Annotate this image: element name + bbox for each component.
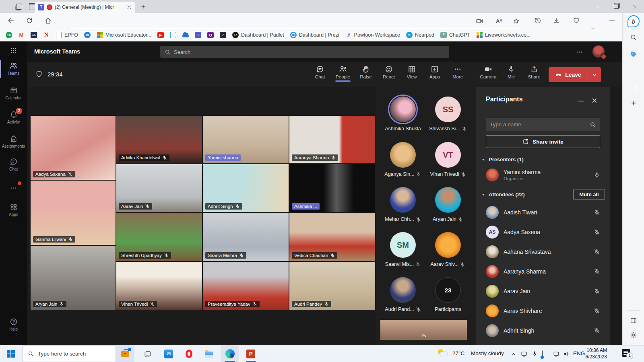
sidebar-item-calendar[interactable]: Calendar: [0, 86, 27, 100]
history-icon[interactable]: [534, 17, 541, 24]
clock[interactable]: 10:36 AM 6/23/2023: [586, 348, 607, 360]
bookmark-ten[interactable]: 10: [6, 32, 12, 38]
bookmark-onedrive[interactable]: [182, 32, 189, 38]
bookmark-powtoon[interactable]: //Powtoon Workspace: [345, 32, 400, 38]
attendee-row[interactable]: Aarav Shivhare: [486, 304, 600, 317]
presenters-header[interactable]: Presenters (1): [481, 156, 524, 162]
thumbnail-participant[interactable]: VT Vihan Trivedi: [424, 142, 472, 177]
bookmark-youtube[interactable]: ▶: [157, 32, 164, 38]
bookmark-book[interactable]: [170, 32, 176, 38]
bookmark-educator[interactable]: Microsoft Educator...: [97, 32, 151, 38]
sidebar-item-assignments[interactable]: Assignments: [0, 135, 27, 148]
close-button[interactable]: [625, 0, 644, 13]
header-more-icon[interactable]: [576, 49, 583, 56]
view-button[interactable]: View: [402, 65, 422, 79]
read-aloud-icon[interactable]: A)): [496, 18, 502, 24]
bookmark-nearpod[interactable]: nNearpod: [406, 32, 434, 38]
apps-button[interactable]: Apps: [425, 65, 445, 79]
search-icon[interactable]: [630, 34, 637, 41]
sidebar-item-chat[interactable]: Chat: [0, 158, 27, 171]
downloads-icon[interactable]: [553, 17, 560, 24]
mic-off-icon[interactable]: [594, 209, 600, 216]
attendee-row[interactable]: Aadish Tiwari: [486, 206, 600, 219]
home-icon[interactable]: [44, 17, 52, 25]
tray-device-icon[interactable]: [521, 351, 527, 357]
thumbnail-participant[interactable]: Ashmika Shukla: [379, 97, 427, 132]
workspaces-icon[interactable]: [14, 2, 23, 11]
weather-desc[interactable]: Mostly cloudy: [471, 350, 504, 356]
weather-temp[interactable]: 27°C: [452, 350, 464, 356]
video-tile[interactable]: Saanvi Mishra: [203, 213, 289, 261]
video-tile[interactable]: Garima Lilwani: [31, 181, 116, 245]
video-tile[interactable]: Praveeraditya Yadav: [203, 262, 289, 310]
favorite-star-icon[interactable]: [513, 18, 520, 25]
more-button[interactable]: More: [448, 65, 468, 79]
thumbnail-participant[interactable]: SM Saanvi Mis...: [379, 232, 427, 267]
attendee-row[interactable]: Aaranya Sharma: [486, 265, 600, 278]
mic-off-icon[interactable]: [594, 288, 600, 294]
video-tile[interactable]: Aaranya Sharma: [289, 116, 375, 163]
people-button[interactable]: People: [333, 65, 353, 82]
mic-button[interactable]: Mic: [501, 65, 521, 79]
bookmark-ah[interactable]: əh: [31, 32, 37, 38]
shopping-icon[interactable]: [630, 51, 637, 58]
mic-off-icon[interactable]: [594, 249, 600, 255]
bookmark-quizizz[interactable]: Q: [207, 32, 214, 38]
attendee-row[interactable]: Adhrit Singh: [486, 324, 600, 337]
react-button[interactable]: React: [379, 65, 399, 79]
bookmark-liveworksheets[interactable]: Liveworksheets.co...: [476, 32, 530, 38]
thumbnail-participant[interactable]: Mehar Chh...: [379, 187, 427, 222]
attendee-row[interactable]: Aarav Jain: [486, 285, 600, 298]
taskbar-powerpoint-app[interactable]: P: [242, 346, 260, 362]
video-tile[interactable]: Vihan Trivedi: [116, 262, 202, 310]
tray-pen-icon[interactable]: [542, 350, 543, 358]
video-tile[interactable]: Aryan Jain: [31, 246, 116, 310]
leave-button[interactable]: Leave: [549, 67, 601, 82]
taskbar-opera-app[interactable]: [180, 346, 198, 362]
mic-off-icon[interactable]: [594, 308, 600, 314]
participants-count[interactable]: 23 Participants: [424, 277, 472, 312]
sidebar-item-help[interactable]: Help: [0, 318, 27, 331]
taskbar-search[interactable]: Type here to search: [23, 346, 116, 362]
bookmark-teams[interactable]: T: [195, 32, 201, 38]
tray-speaker-icon[interactable]: [563, 351, 569, 357]
thumbnail-participant[interactable]: Audri Pand...: [379, 277, 427, 312]
share-invite-button[interactable]: Share invite: [486, 135, 600, 148]
add-sidebar-icon[interactable]: +: [631, 99, 636, 108]
sidebar-layout-icon[interactable]: [630, 317, 637, 324]
raise-button[interactable]: Raise: [356, 65, 376, 79]
mute-all-button[interactable]: Mute all: [573, 189, 605, 200]
task-view-button[interactable]: [138, 346, 157, 362]
notification-center-icon[interactable]: 1: [622, 349, 630, 357]
mic-off-icon[interactable]: [594, 268, 600, 275]
thumbnail-participant[interactable]: Aarav Shiv...: [424, 232, 472, 267]
video-tile[interactable]: Shreshth Upadhyay: [116, 213, 202, 261]
bookmark-epfo[interactable]: EPFO: [56, 32, 78, 38]
self-view-video[interactable]: [380, 320, 467, 340]
video-tile[interactable]: Adhrit Singh: [203, 164, 289, 212]
new-tab-button[interactable]: +: [138, 2, 148, 12]
video-tile[interactable]: Aarav Jain: [116, 164, 202, 212]
media-controls-icon[interactable]: [476, 17, 483, 25]
bookmark-gmail[interactable]: M: [18, 32, 25, 38]
taskbar-briefcase-app[interactable]: [116, 346, 134, 362]
sidebar-item-more[interactable]: [0, 185, 27, 191]
video-tile[interactable]: Ashmika ...: [289, 164, 375, 212]
bing-icon[interactable]: b: [627, 15, 640, 27]
panel-more-icon[interactable]: [578, 98, 584, 105]
camera-button[interactable]: Camera: [478, 65, 498, 79]
attendee-row[interactable]: Aahana Srivastava: [486, 245, 600, 258]
waffle-icon[interactable]: [0, 47, 27, 54]
attendees-header[interactable]: Attendees (22) Mute all: [481, 191, 525, 197]
taskbar-mail-app[interactable]: ✉: [159, 346, 178, 362]
start-button[interactable]: [2, 346, 20, 362]
video-tile[interactable]: Aadya Saxena: [31, 116, 116, 180]
attendee-row[interactable]: AS Aadya Saxena: [486, 226, 600, 239]
video-tile[interactable]: Audri Pandey: [289, 262, 375, 310]
mic-icon[interactable]: [594, 172, 600, 178]
sidebar-item-activity[interactable]: Activity 2: [0, 111, 27, 124]
teams-search-input[interactable]: Search: [160, 46, 449, 58]
panel-close-icon[interactable]: [591, 97, 598, 104]
bookmark-prezi[interactable]: Dashboard | Prezi: [290, 32, 339, 38]
video-tile[interactable]: Yamini sharma: [203, 116, 289, 163]
